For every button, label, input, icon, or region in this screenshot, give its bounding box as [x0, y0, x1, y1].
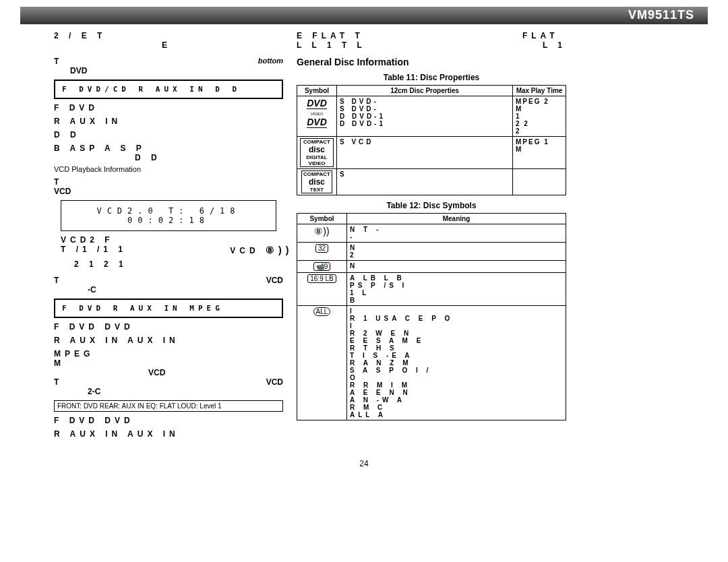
- b-sub-line: D D: [54, 153, 283, 162]
- dvd-label: DVD: [54, 66, 283, 75]
- model-number: VM9511TS: [628, 8, 694, 22]
- table-row: DVD VIDEO DVD S DVD- S DVD- D DVD-1 D DV…: [297, 96, 566, 137]
- cd-logo-icon: COMPACTdiscTEXT: [301, 170, 332, 193]
- bottom-word: bottom: [258, 57, 283, 66]
- t2-label: T: [54, 177, 283, 187]
- table-row: 32 N 2: [297, 243, 566, 261]
- lcd-box-1: F DVD/CD R AUX IN D D: [54, 80, 283, 99]
- letterbox-symbol-icon: 16:9 LB: [307, 274, 336, 283]
- t-label: T: [54, 57, 59, 66]
- lcd-thin-box: FRONT: DVD REAR: AUX IN EQ: FLAT LOUD: L…: [54, 400, 283, 412]
- table-row: ALL I R 1 USA C E P O I R 2 W E N E E S …: [297, 306, 566, 420]
- t12-r1: N T - -: [347, 224, 566, 243]
- chapter-symbol-icon: 32: [315, 244, 328, 253]
- t-vcd1-r: VCD: [266, 276, 283, 285]
- banner-left-top: 2 / E T: [54, 31, 106, 40]
- header-bar: VM9511TS: [20, 7, 708, 24]
- r-aux-line: R AUX IN: [54, 117, 283, 126]
- t-vcd2: T: [54, 377, 59, 387]
- f-dvd3-line: F DVD DVD: [54, 416, 283, 425]
- camera-symbol-icon: 📹9: [313, 262, 331, 271]
- t11-r1-time: MPEG 2 M 1 2 2 2: [513, 96, 566, 137]
- vcd-playback-note: VCD Playback Information: [54, 165, 283, 173]
- banner-right-t2: L L 1 T L: [297, 40, 366, 50]
- r-aux2-line: R AUX IN AUX IN: [54, 336, 283, 345]
- t11-r3-props: S: [337, 169, 513, 195]
- t11-r1-props: S DVD- S DVD- D DVD-1 D DVD-1: [337, 96, 513, 137]
- mpeg-line: MPEG: [54, 349, 283, 358]
- dash-c: -C: [54, 285, 283, 294]
- d-d-line: D D: [54, 130, 283, 139]
- t12-r3: N: [347, 261, 566, 273]
- r-aux3-line: R AUX IN AUX IN: [54, 429, 283, 439]
- vcd-logo-icon: COMPACTdiscDIGITAL VIDEO: [300, 138, 334, 167]
- t11-header-props: 12cm Disc Properties: [337, 86, 513, 96]
- left-column: 2 / E T E T bottom DVD F DVD/CD R AUX IN…: [20, 31, 283, 439]
- t12-header-meaning: Meaning: [347, 214, 566, 224]
- osd-display: VCD2.0 T: 6/18 00:02:18: [61, 200, 276, 231]
- t-vcd2-r: VCD: [266, 377, 283, 387]
- table-disc-properties: Symbol 12cm Disc Properties Max Play Tim…: [297, 85, 566, 195]
- dvd-logo-icon: DVD: [307, 98, 327, 109]
- table-row: ⑧)) N T - -: [297, 224, 566, 243]
- right-column: E FLAT T L L 1 T L FLAT L 1 General Disc…: [297, 31, 566, 439]
- t12-r4: A LB L B PS P /S I 1 L B: [347, 273, 566, 306]
- table12-caption: Table 12: Disc Symbols: [297, 201, 566, 210]
- page-number: 24: [0, 459, 728, 468]
- table-row: 📹9 N: [297, 261, 566, 273]
- t12-header-symbol: Symbol: [297, 214, 347, 224]
- banner-right-t4: L 1: [522, 40, 566, 50]
- m-line: M: [54, 358, 283, 368]
- table-row: COMPACTdiscTEXT S: [297, 169, 566, 195]
- vcd-alone: VCD: [54, 368, 283, 377]
- vcd-label: VCD: [54, 187, 283, 196]
- r21-line: 2 1 2 1: [54, 259, 283, 269]
- two-c: 2-C: [54, 387, 283, 396]
- general-disc-info-title: General Disc Information: [297, 57, 566, 67]
- banner-right-t3: FLAT: [522, 31, 559, 40]
- page-content: 2 / E T E T bottom DVD F DVD/CD R AUX IN…: [0, 24, 728, 439]
- f-dvd-line: F DVD: [54, 103, 283, 113]
- t11-r2-time: MPEG 1 M: [513, 137, 566, 169]
- banner-left-sub: E: [54, 40, 171, 50]
- vcd-right: VCD ⑧)): [230, 245, 283, 255]
- table-row: 16:9 LB A LB L B PS P /S I 1 L B: [297, 273, 566, 306]
- t12-r2: N 2: [347, 243, 566, 261]
- vcd2-line: VCD2 F: [54, 235, 283, 245]
- sound-icon: ⑧)): [266, 245, 283, 255]
- t11-r2-props: S VCD: [337, 137, 513, 169]
- region-all-symbol-icon: ALL: [313, 307, 331, 316]
- t1-line: T /1 /1 1: [54, 245, 127, 255]
- table11-caption: Table 11: Disc Properties: [297, 73, 566, 82]
- banner-right-t1: E FLAT T: [297, 31, 364, 40]
- table-row: COMPACTdiscDIGITAL VIDEO S VCD MPEG 1 M: [297, 137, 566, 169]
- t-vcd1: T: [54, 276, 59, 285]
- table-disc-symbols: Symbol Meaning ⑧)) N T - - 32 N 2: [297, 213, 566, 420]
- lcd-box-2: F DVD R AUX IN MPEG: [54, 299, 283, 318]
- sound-symbol-icon: ⑧)): [313, 226, 331, 237]
- t11-header-symbol: Symbol: [297, 86, 337, 96]
- t11-header-time: Max Play Time: [513, 86, 566, 96]
- dvd-logo-icon: DVD: [307, 117, 327, 128]
- f-dvd2-line: F DVD DVD: [54, 322, 283, 332]
- b-line: B ASP A S P: [54, 144, 283, 153]
- t12-r5: I R 1 USA C E P O I R 2 W E N E E S A M …: [347, 306, 566, 420]
